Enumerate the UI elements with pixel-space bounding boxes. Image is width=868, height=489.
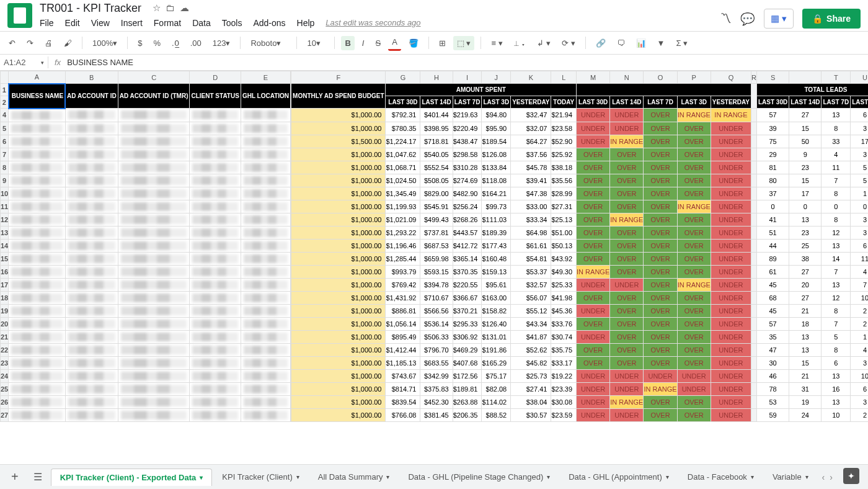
percent-icon[interactable]: % bbox=[149, 36, 164, 50]
activity-icon[interactable]: 〽 bbox=[720, 12, 732, 25]
spreadsheet-grid[interactable]: ABCDEFGHIJKLMNOPQRSTUVW1BUSINESS NAMEAD … bbox=[0, 71, 868, 422]
menu-tools[interactable]: Tools bbox=[222, 18, 242, 28]
borders-button[interactable]: ⊞ bbox=[435, 36, 450, 50]
valign-button[interactable]: ⟂ ▾ bbox=[510, 36, 530, 50]
comment-icon[interactable]: 🗨 bbox=[613, 36, 629, 50]
last-edit[interactable]: Last edit was seconds ago bbox=[326, 18, 420, 27]
menu-format[interactable]: Format bbox=[154, 18, 181, 28]
sheets-logo[interactable] bbox=[7, 3, 32, 28]
menu-insert[interactable]: Insert bbox=[121, 18, 143, 28]
chart-icon[interactable]: 📊 bbox=[632, 36, 650, 50]
merge-button[interactable]: ⬚ ▾ bbox=[453, 36, 475, 50]
dec-decrease-icon[interactable]: .0̲ bbox=[168, 36, 183, 50]
format-more-dropdown[interactable]: 123▾ bbox=[209, 36, 234, 50]
strike-button[interactable]: S bbox=[371, 36, 384, 50]
doc-title[interactable]: TR001 - KPI Tracker bbox=[40, 2, 141, 15]
menubar: File Edit View Insert Format Data Tools … bbox=[40, 16, 432, 30]
menu-data[interactable]: Data bbox=[192, 18, 211, 28]
share-button[interactable]: Share bbox=[802, 9, 861, 29]
currency-icon[interactable]: $ bbox=[134, 36, 146, 50]
rotate-button[interactable]: ⟳ ▾ bbox=[558, 36, 579, 50]
present-button[interactable]: ▦ ▾ bbox=[764, 9, 794, 29]
toolbar: ↶ ↷ 🖨 🖌 100% ▾ $ % .0̲ .00 123▾ Roboto ▾… bbox=[0, 31, 868, 55]
functions-icon[interactable]: Σ ▾ bbox=[672, 36, 691, 50]
print-icon[interactable]: 🖨 bbox=[41, 36, 56, 50]
menu-file[interactable]: File bbox=[40, 18, 54, 28]
font-family-dropdown[interactable]: Roboto ▾ bbox=[247, 36, 290, 50]
redo-icon[interactable]: ↷ bbox=[23, 36, 37, 50]
undo-icon[interactable]: ↶ bbox=[5, 36, 19, 50]
menu-view[interactable]: View bbox=[91, 18, 110, 28]
filter-icon[interactable]: ▼ bbox=[653, 36, 669, 50]
bold-button[interactable]: B bbox=[341, 36, 354, 50]
paint-format-icon[interactable]: 🖌 bbox=[60, 36, 76, 50]
wrap-button[interactable]: ↲ ▾ bbox=[533, 36, 554, 50]
dec-increase-icon[interactable]: .00 bbox=[187, 36, 205, 50]
menu-edit[interactable]: Edit bbox=[65, 18, 80, 28]
italic-button[interactable]: I bbox=[358, 36, 368, 50]
fill-color-button[interactable]: 🪣 bbox=[405, 36, 422, 50]
star-icon[interactable]: ☆ bbox=[153, 2, 161, 14]
move-icon[interactable]: 🗀 bbox=[166, 2, 175, 14]
font-size-dropdown[interactable]: 10 ▾ bbox=[303, 36, 328, 50]
comments-icon[interactable]: 💬 bbox=[740, 12, 755, 26]
cloud-icon[interactable]: ☁ bbox=[180, 2, 189, 14]
link-icon[interactable]: 🔗 bbox=[592, 36, 609, 50]
menu-help[interactable]: Help bbox=[297, 18, 315, 28]
zoom-dropdown[interactable]: 100% ▾ bbox=[89, 36, 121, 50]
formula-bar[interactable]: BUSINESS NAME bbox=[67, 58, 133, 67]
name-box[interactable]: A1:A2▾ bbox=[0, 56, 48, 68]
menu-addons[interactable]: Add-ons bbox=[253, 18, 285, 28]
text-color-button[interactable]: A bbox=[388, 35, 401, 51]
halign-button[interactable]: ≡ ▾ bbox=[487, 36, 506, 50]
fx-icon: fx bbox=[48, 58, 67, 67]
